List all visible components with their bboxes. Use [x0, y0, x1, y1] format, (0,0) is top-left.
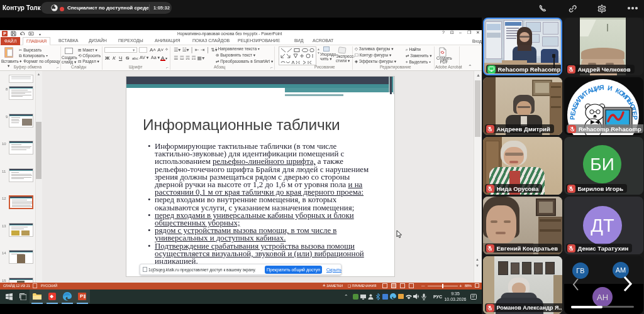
svg-text:Р: Р	[631, 116, 639, 120]
svg-text:Я: Я	[599, 84, 604, 91]
